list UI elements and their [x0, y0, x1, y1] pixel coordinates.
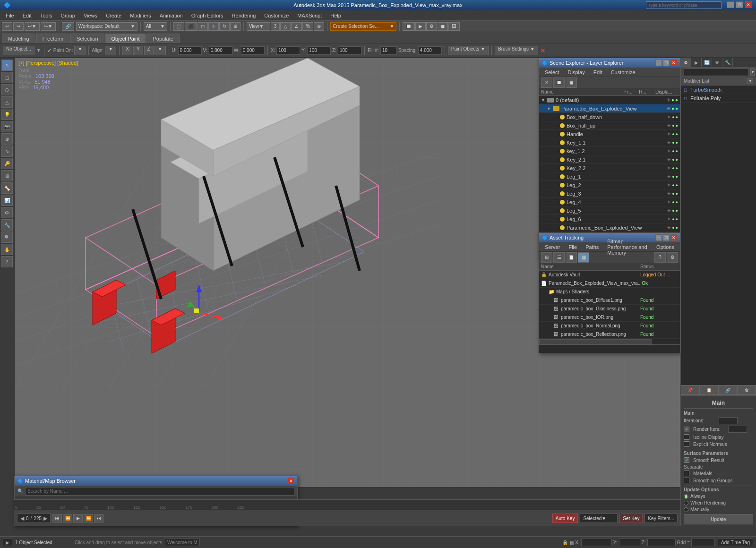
- at-minimize-btn[interactable]: ─: [655, 234, 662, 241]
- window-crossing-button[interactable]: ◻: [198, 22, 208, 31]
- scene-sub-item-14[interactable]: Leg_6 ✳ ● ●: [539, 215, 680, 223]
- select-link-button[interactable]: 🔗: [62, 22, 74, 31]
- when-rendering-radio[interactable]: [684, 501, 688, 505]
- menu-maxscript[interactable]: MAXScript: [293, 12, 326, 19]
- z2-input[interactable]: [338, 46, 361, 55]
- sidebar-shape3-icon[interactable]: △: [1, 96, 13, 108]
- make-unique-btn[interactable]: 🔗: [719, 385, 738, 395]
- scene-sub-item-3[interactable]: Box_half_up ✳ ● ●: [539, 121, 680, 130]
- at-close-btn[interactable]: ✕: [670, 234, 677, 241]
- y-input[interactable]: 0,0cm: [619, 539, 640, 546]
- at-item-maps[interactable]: 📁 Maps / Shaders: [539, 288, 680, 296]
- close-paint-icon[interactable]: ✕: [540, 47, 546, 54]
- se-minimize-btn[interactable]: ─: [655, 60, 662, 66]
- utility-tab[interactable]: 🔧: [722, 58, 733, 67]
- mat-search-input[interactable]: [25, 487, 294, 496]
- selection-set-dropdown[interactable]: Create Selection Se...▼: [330, 22, 396, 31]
- sidebar-magnify-icon[interactable]: 🔍: [1, 231, 13, 243]
- scene-sub-item-9[interactable]: Leg_1 ✳ ● ●: [539, 172, 680, 181]
- paint-objects-dropdown[interactable]: Paint Objects ▼: [448, 46, 489, 55]
- add-time-tag-btn[interactable]: Add Time Tag: [718, 539, 753, 546]
- scene-sub-item-15[interactable]: Paramedic_Box_Exploded_View ✳ ● ●: [539, 223, 680, 232]
- se-menu-edit[interactable]: Edit: [590, 68, 606, 76]
- select-scale-button[interactable]: ⊞: [230, 22, 241, 31]
- next-frame-btn[interactable]: ▶: [43, 515, 47, 522]
- mat-close-btn[interactable]: ✕: [288, 478, 294, 484]
- remove-mod-btn[interactable]: 🗑: [737, 385, 756, 395]
- render-setup-btn[interactable]: ⚙: [426, 22, 437, 31]
- spinner-snap[interactable]: ⊕: [314, 22, 324, 31]
- paint-on-dropdown[interactable]: ▼: [74, 46, 86, 55]
- at-menu-file[interactable]: File: [565, 243, 581, 251]
- menu-tools[interactable]: Tools: [36, 12, 56, 19]
- at-item-ior[interactable]: 🖼 paramedic_box_IOR.png Found: [539, 313, 680, 322]
- scene-sub-item-12[interactable]: Leg_4 ✳ ● ●: [539, 198, 680, 206]
- at-item-diffuse[interactable]: 🖼 paramedic_box_Diffuse1.png Found: [539, 296, 680, 305]
- x-btn[interactable]: X: [122, 46, 132, 55]
- modifier-turbosmoooth[interactable]: ◻ TurboSmooth: [681, 86, 756, 94]
- explicit-normals-check[interactable]: [684, 441, 689, 447]
- sidebar-select-icon[interactable]: ↖: [1, 60, 13, 71]
- scene-item-0-default[interactable]: ▼ 0 (default) ✳ ● ●: [539, 96, 680, 104]
- sidebar-track-icon[interactable]: 📊: [1, 195, 13, 206]
- at-item-reflection[interactable]: 🖼 paramedic_box_Reflection.png Found: [539, 330, 680, 339]
- z-btn[interactable]: Z: [144, 46, 154, 55]
- object-name-dropdown[interactable]: ▼: [750, 68, 755, 76]
- sidebar-utility1-icon[interactable]: ⚙: [1, 207, 13, 218]
- scene-sub-item-13[interactable]: Leg_5 ✳ ● ●: [539, 206, 680, 215]
- se-menu-display[interactable]: Display: [564, 68, 589, 76]
- grid-input[interactable]: 10,0cm: [691, 539, 715, 546]
- select-region-button[interactable]: ⬛: [185, 22, 197, 31]
- maximize-button[interactable]: □: [736, 1, 743, 8]
- menu-group[interactable]: Group: [57, 12, 79, 19]
- viewport-label[interactable]: [+] [Perspective] [Shaded]: [18, 60, 78, 66]
- x2-input[interactable]: [276, 46, 300, 55]
- tab-object-paint[interactable]: Object Paint: [105, 34, 146, 43]
- se-menu-select[interactable]: Select: [541, 68, 563, 76]
- redo-list-button[interactable]: ↪▼: [41, 22, 56, 31]
- scene-item-paramedic[interactable]: ▼ Paramedic_Box_Exploded_View ✳ ● ●: [539, 104, 680, 113]
- sidebar-bone-icon[interactable]: 🦴: [1, 182, 13, 194]
- tab-populate[interactable]: Populate: [146, 34, 179, 43]
- auto-key-btn[interactable]: Auto Key: [552, 514, 578, 523]
- close-button[interactable]: ✕: [745, 1, 752, 8]
- sidebar-set-key-icon[interactable]: 🔑: [1, 158, 13, 169]
- y-btn[interactable]: Y: [133, 46, 143, 55]
- at-menu-paths[interactable]: Paths: [582, 243, 602, 251]
- scene-sub-item-2[interactable]: Box_half_down ✳ ● ●: [539, 113, 680, 121]
- menu-animation[interactable]: Animation: [156, 12, 187, 19]
- fill-input[interactable]: [380, 46, 397, 55]
- minimize-button[interactable]: ─: [727, 1, 734, 8]
- x-input[interactable]: -12,3691σ: [581, 539, 612, 546]
- sidebar-pan-icon[interactable]: ✋: [1, 244, 13, 255]
- display-tab[interactable]: 👁: [712, 58, 722, 67]
- render-iters-input[interactable]: 2: [728, 426, 747, 433]
- quick-render-btn[interactable]: ▶: [415, 22, 426, 31]
- menu-graph-editors[interactable]: Graph Editors: [188, 12, 227, 19]
- snap-toggle[interactable]: 3: [271, 22, 280, 31]
- timeline[interactable]: 0 25 50 75 100 125 150 175 200 225: [14, 499, 680, 510]
- select-button[interactable]: ⬚: [173, 22, 184, 31]
- prev-key-btn[interactable]: ⏪: [63, 514, 72, 522]
- modify-tab[interactable]: ⚙: [681, 58, 691, 67]
- isoline-check[interactable]: [684, 434, 689, 440]
- update-button[interactable]: Update: [684, 514, 753, 524]
- brush-settings-dropdown[interactable]: Brush Settings ▼: [495, 46, 538, 55]
- key-filters-btn[interactable]: Key Filters...: [644, 514, 678, 523]
- sidebar-utility2-icon[interactable]: 🔧: [1, 219, 13, 231]
- selected-dropdown[interactable]: Selected▼: [580, 514, 618, 523]
- tab-selection[interactable]: Selection: [70, 34, 104, 43]
- sidebar-light-icon[interactable]: 💡: [1, 109, 13, 120]
- at-menu-bitmap[interactable]: Bitmap Performance and Memory: [603, 238, 652, 257]
- render-iters-check[interactable]: ✓: [684, 427, 689, 432]
- at-item-glosiness[interactable]: 🖼 paramedic_box_Glosiness.png Found: [539, 305, 680, 313]
- sidebar-shape2-icon[interactable]: ⬡: [1, 84, 13, 95]
- w-input[interactable]: [241, 46, 265, 55]
- undo-list-button[interactable]: ↩▼: [25, 22, 40, 31]
- at-maximize-btn[interactable]: □: [663, 234, 670, 241]
- filter-dropdown[interactable]: All▼: [144, 22, 167, 31]
- at-tb-3[interactable]: 📋: [566, 252, 577, 263]
- menu-customize[interactable]: Customize: [260, 12, 292, 19]
- scene-sub-item-4[interactable]: Handle ✳ ● ●: [539, 130, 680, 138]
- menu-file[interactable]: File: [2, 12, 18, 19]
